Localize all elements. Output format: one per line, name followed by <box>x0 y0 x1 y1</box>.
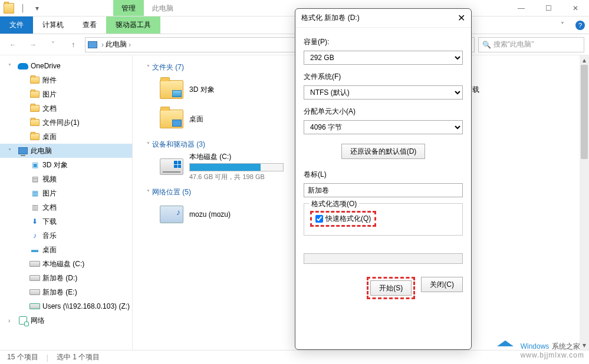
scrollbar[interactable]: ▴ ▾ <box>580 55 589 350</box>
highlight-box: 开始(S) <box>367 277 415 299</box>
nav-forward-button: → <box>25 37 41 53</box>
downloads-icon: ⬇ <box>29 216 40 227</box>
tree-label: 新加卷 (E:) <box>42 287 77 297</box>
close-button[interactable]: 关闭(C) <box>421 277 463 292</box>
dialog-title: 格式化 新加卷 (D:) <box>301 13 360 23</box>
tree-item[interactable]: 新加卷 (E:) <box>12 285 132 299</box>
folder-item[interactable]: 3D 对象 <box>157 76 293 103</box>
item-label: 桌面 <box>189 114 203 124</box>
drive-icon <box>29 273 40 283</box>
tree-item[interactable]: 桌面 <box>12 130 132 144</box>
search-input[interactable]: 🔍 搜索"此电脑" <box>478 37 584 52</box>
nav-back-button[interactable]: ← <box>5 37 21 53</box>
watermark-suffix: 系统之家 <box>552 342 580 350</box>
ribbon-drive-tools[interactable]: 驱动器工具 <box>106 16 160 34</box>
network-item[interactable]: mozu (mozu) <box>157 201 293 228</box>
tree-item[interactable]: 本地磁盘 (C:) <box>12 257 132 271</box>
group-title: 文件夹 (7) <box>152 62 184 72</box>
nav-recent-dropdown[interactable]: ˅ <box>45 37 61 53</box>
expand-icon[interactable]: ˅ <box>8 63 15 70</box>
tree-label: 本地磁盘 (C:) <box>42 259 84 269</box>
item-sub: 47.6 GB 可用，共 198 GB <box>189 173 284 181</box>
tree-item[interactable]: 附件 <box>12 73 132 87</box>
tree-label: 文件同步(1) <box>42 118 80 128</box>
volume-label-input[interactable] <box>304 183 463 197</box>
folder-icon <box>30 105 40 112</box>
format-dialog: 格式化 新加卷 (D:) ✕ 容量(P): 292 GB 文件系统(F) NTF… <box>295 8 472 350</box>
tree-item[interactable]: ▦图片 <box>12 186 132 200</box>
tree-item[interactable]: ▥文档 <box>12 200 132 214</box>
tree-item[interactable]: Users (\\192.168.0.103) (Z:) <box>12 299 132 313</box>
cube-icon: ▣ <box>29 160 40 170</box>
item-label: mozu (mozu) <box>189 210 231 219</box>
tree-item[interactable]: 新加卷 (D:) <box>12 271 132 285</box>
breadcrumb-location[interactable]: 此电脑 <box>106 39 127 49</box>
tree-item[interactable]: 文件同步(1) <box>12 115 132 130</box>
expand-icon[interactable]: › <box>8 317 15 324</box>
windows-logo-icon <box>174 161 181 168</box>
onedrive-icon <box>18 61 28 71</box>
allocation-label: 分配单元大小(A) <box>304 107 463 117</box>
scroll-thumb[interactable] <box>581 65 588 159</box>
highlight-box: 快速格式化(Q) <box>310 211 376 227</box>
folder-icon <box>30 119 40 126</box>
watermark: Windows 系统之家 www.bjjmlxw.com <box>495 339 584 360</box>
help-button[interactable]: ? <box>571 16 589 34</box>
tree-item[interactable]: ⬇下载 <box>12 214 132 229</box>
ribbon-computer[interactable]: 计算机 <box>33 16 73 34</box>
usage-bar <box>189 163 284 171</box>
folder-icon <box>30 133 40 140</box>
tree-thispc[interactable]: ˅ 此电脑 <box>0 144 132 158</box>
tree-item[interactable]: ▣3D 对象 <box>12 158 132 172</box>
tree-label: 视频 <box>42 174 57 184</box>
nav-tree: ˅ OneDrive 附件 图片 文档 文件同步(1) 桌面 ˅ 此电脑 ▣3D… <box>0 55 133 350</box>
tree-label: 音乐 <box>42 231 57 241</box>
filesystem-select[interactable]: NTFS (默认) <box>304 85 463 100</box>
nav-up-button[interactable]: ↑ <box>65 37 81 53</box>
dialog-titlebar: 格式化 新加卷 (D:) ✕ <box>295 9 471 28</box>
tree-label: 桌面 <box>42 132 57 142</box>
quick-format-checkbox[interactable] <box>315 215 323 223</box>
tree-item[interactable]: 文档 <box>12 101 132 115</box>
maximize-button[interactable]: ☐ <box>535 0 562 16</box>
desktop-icon: ▬ <box>29 244 40 255</box>
folder-icon <box>30 91 40 98</box>
network-icon <box>18 315 28 326</box>
tree-onedrive[interactable]: ˅ OneDrive <box>0 59 132 73</box>
tree-label: 3D 对象 <box>42 160 68 170</box>
video-icon: ▤ <box>29 174 40 184</box>
tree-network[interactable]: › 网络 <box>0 313 132 327</box>
tree-item[interactable]: ▬桌面 <box>12 243 132 257</box>
allocation-select[interactable]: 4096 字节 <box>304 120 463 134</box>
ribbon-view[interactable]: 查看 <box>73 16 106 34</box>
pc-icon <box>88 41 97 48</box>
close-button[interactable]: ✕ <box>562 0 589 16</box>
ribbon-collapse-icon[interactable]: ˅ <box>554 16 571 34</box>
start-button[interactable]: 开始(S) <box>370 280 412 296</box>
ribbon-file[interactable]: 文件 <box>0 16 33 34</box>
qat-dropdown-icon[interactable]: ▾ <box>32 3 42 14</box>
contextual-tab-manage[interactable]: 管理 <box>113 0 144 16</box>
restore-defaults-button[interactable]: 还原设备的默认值(D) <box>341 144 426 159</box>
network-pc-icon <box>160 206 183 223</box>
tree-item[interactable]: 图片 <box>12 87 132 101</box>
minimize-button[interactable]: — <box>508 0 535 16</box>
folder-item[interactable]: 桌面 <box>157 105 293 133</box>
tree-label: Users (\\192.168.0.103) (Z:) <box>42 302 130 310</box>
tree-item[interactable]: ▤视频 <box>12 172 132 186</box>
tree-item[interactable]: ♪音乐 <box>12 229 132 243</box>
capacity-select[interactable]: 292 GB <box>304 51 463 65</box>
fieldset-legend: 格式化选项(O) <box>309 199 359 209</box>
capacity-label: 容量(P): <box>304 37 463 47</box>
expand-icon[interactable]: ˅ <box>8 148 15 154</box>
drive-item[interactable]: 本地磁盘 (C:) 47.6 GB 可用，共 198 GB <box>157 153 293 180</box>
scroll-up-icon[interactable]: ▴ <box>580 55 589 65</box>
folder-icon <box>160 110 183 128</box>
tree-label: OneDrive <box>31 62 61 70</box>
tree-label: 图片 <box>42 188 57 198</box>
status-selected: 选中 1 个项目 <box>57 352 100 362</box>
dialog-close-icon[interactable]: ✕ <box>458 12 465 24</box>
cube-overlay-icon <box>172 90 182 97</box>
tree-label: 此电脑 <box>31 146 52 156</box>
format-options-fieldset: 格式化选项(O) 快速格式化(Q) <box>304 203 463 236</box>
